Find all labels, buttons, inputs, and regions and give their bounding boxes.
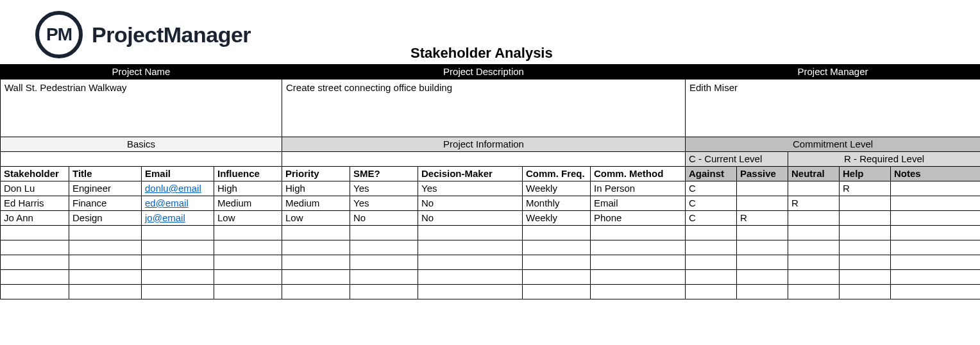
cell-decision[interactable]: Yes (418, 181, 523, 196)
cell-priority[interactable] (282, 226, 350, 240)
cell-sme[interactable] (350, 255, 418, 270)
cell-title[interactable]: Engineer (69, 181, 142, 196)
cell-help[interactable] (840, 196, 891, 211)
cell-neutral[interactable] (788, 181, 840, 196)
cell-neutral[interactable] (788, 285, 840, 299)
project-desc-cell[interactable]: Create street connecting office building (282, 80, 686, 137)
cell-against[interactable] (686, 255, 737, 270)
cell-stakeholder[interactable] (1, 240, 69, 255)
cell-against[interactable] (686, 285, 737, 299)
cell-title[interactable] (69, 240, 142, 255)
cell-help[interactable] (840, 285, 891, 299)
cell-sme[interactable] (350, 240, 418, 255)
cell-method[interactable] (591, 270, 686, 285)
cell-stakeholder[interactable] (1, 270, 69, 285)
cell-notes[interactable] (891, 196, 980, 211)
cell-help[interactable] (840, 211, 891, 226)
cell-decision[interactable]: No (418, 196, 523, 211)
cell-email[interactable] (142, 285, 214, 299)
cell-stakeholder[interactable] (1, 255, 69, 270)
cell-notes[interactable] (891, 226, 980, 240)
cell-notes[interactable] (891, 240, 980, 255)
cell-method[interactable] (591, 240, 686, 255)
cell-priority[interactable] (282, 285, 350, 299)
cell-sme[interactable] (350, 270, 418, 285)
project-name-cell[interactable]: Wall St. Pedestrian Walkway (1, 80, 282, 137)
cell-neutral[interactable]: R (788, 196, 840, 211)
cell-freq[interactable] (523, 226, 591, 240)
cell-email[interactable]: ed@email (142, 196, 214, 211)
cell-priority[interactable] (282, 240, 350, 255)
cell-neutral[interactable] (788, 270, 840, 285)
cell-stakeholder[interactable] (1, 226, 69, 240)
cell-decision[interactable] (418, 270, 523, 285)
cell-notes[interactable] (891, 255, 980, 270)
cell-notes[interactable] (891, 211, 980, 226)
cell-against[interactable] (686, 270, 737, 285)
cell-method[interactable] (591, 285, 686, 299)
cell-decision[interactable] (418, 226, 523, 240)
cell-influence[interactable] (214, 270, 282, 285)
cell-stakeholder[interactable]: Don Lu (1, 181, 69, 196)
cell-sme[interactable]: Yes (350, 181, 418, 196)
cell-against[interactable]: C (686, 181, 737, 196)
cell-priority[interactable] (282, 270, 350, 285)
cell-notes[interactable] (891, 270, 980, 285)
cell-sme[interactable] (350, 226, 418, 240)
cell-neutral[interactable] (788, 255, 840, 270)
cell-influence[interactable]: Low (214, 211, 282, 226)
cell-freq[interactable] (523, 240, 591, 255)
cell-method[interactable] (591, 255, 686, 270)
cell-method[interactable]: Phone (591, 211, 686, 226)
cell-decision[interactable]: No (418, 211, 523, 226)
cell-against[interactable]: C (686, 211, 737, 226)
cell-freq[interactable]: Weekly (523, 181, 591, 196)
cell-priority[interactable] (282, 255, 350, 270)
cell-priority[interactable]: Low (282, 211, 350, 226)
cell-decision[interactable] (418, 255, 523, 270)
cell-help[interactable] (840, 240, 891, 255)
cell-passive[interactable] (737, 196, 788, 211)
cell-method[interactable]: In Person (591, 181, 686, 196)
cell-against[interactable]: C (686, 196, 737, 211)
cell-title[interactable] (69, 285, 142, 299)
cell-influence[interactable]: Medium (214, 196, 282, 211)
cell-influence[interactable] (214, 226, 282, 240)
email-link[interactable]: jo@email (145, 212, 185, 223)
cell-decision[interactable] (418, 240, 523, 255)
cell-title[interactable]: Design (69, 211, 142, 226)
cell-email[interactable] (142, 255, 214, 270)
cell-passive[interactable] (737, 240, 788, 255)
cell-against[interactable] (686, 240, 737, 255)
cell-passive[interactable] (737, 226, 788, 240)
cell-email[interactable] (142, 226, 214, 240)
cell-method[interactable]: Email (591, 196, 686, 211)
cell-priority[interactable]: High (282, 181, 350, 196)
cell-priority[interactable]: Medium (282, 196, 350, 211)
cell-method[interactable] (591, 226, 686, 240)
cell-passive[interactable] (737, 181, 788, 196)
cell-freq[interactable]: Monthly (523, 196, 591, 211)
cell-title[interactable] (69, 270, 142, 285)
cell-freq[interactable]: Weekly (523, 211, 591, 226)
cell-stakeholder[interactable]: Ed Harris (1, 196, 69, 211)
cell-email[interactable]: donlu@email (142, 181, 214, 196)
cell-passive[interactable] (737, 285, 788, 299)
cell-neutral[interactable] (788, 211, 840, 226)
email-link[interactable]: ed@email (145, 198, 189, 208)
cell-passive[interactable]: R (737, 211, 788, 226)
cell-passive[interactable] (737, 255, 788, 270)
cell-email[interactable]: jo@email (142, 211, 214, 226)
cell-title[interactable] (69, 255, 142, 270)
cell-title[interactable] (69, 226, 142, 240)
project-mgr-cell[interactable]: Edith Miser (686, 80, 980, 137)
cell-influence[interactable]: High (214, 181, 282, 196)
cell-help[interactable] (840, 270, 891, 285)
cell-stakeholder[interactable]: Jo Ann (1, 211, 69, 226)
cell-influence[interactable] (214, 240, 282, 255)
cell-help[interactable]: R (840, 181, 891, 196)
cell-against[interactable] (686, 226, 737, 240)
cell-sme[interactable]: No (350, 211, 418, 226)
cell-email[interactable] (142, 240, 214, 255)
cell-neutral[interactable] (788, 226, 840, 240)
